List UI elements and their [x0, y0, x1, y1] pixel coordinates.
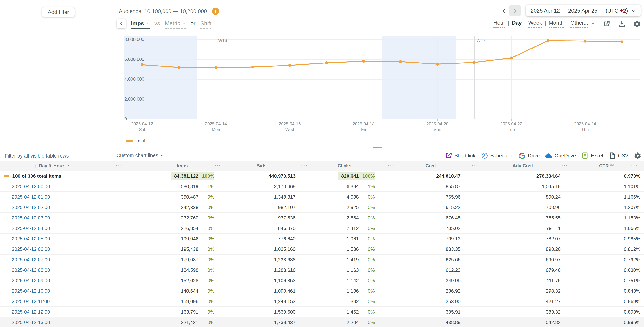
column-menu-icon[interactable]: ··· [472, 163, 478, 169]
table-row[interactable]: 2025-04-12 08:00184,5980%1,283,6161,1630… [0, 265, 644, 275]
granularity-separator: | [524, 20, 526, 26]
row-date-link[interactable]: 2025-04-12 03:00 [12, 215, 50, 221]
table-row[interactable]: 2025-04-12 03:00232,7600%937,8362,6840%6… [0, 213, 644, 223]
granularity-month[interactable]: Month [549, 20, 564, 28]
chart-settings-gear-icon[interactable] [633, 20, 641, 28]
row-bids-cell: 1,248,153 [228, 296, 314, 306]
row-imps-cell: 159,0960% [150, 296, 228, 306]
date-next-button[interactable] [509, 5, 521, 17]
metric-select-primary[interactable]: Imps [131, 20, 150, 29]
table-row[interactable]: 2025-04-12 04:00226,3540%846,8702,4120%7… [0, 223, 644, 234]
add-column-button[interactable]: + [132, 161, 150, 171]
row-date-link[interactable]: 2025-04-12 10:00 [12, 288, 50, 294]
data-point[interactable] [178, 66, 180, 69]
chart-legend[interactable]: total [126, 138, 145, 144]
data-point[interactable] [473, 61, 476, 64]
table-row[interactable]: 2025-04-12 00:00580,8191%2,170,6686,3941… [0, 181, 644, 192]
data-point[interactable] [214, 66, 218, 69]
filter-scope-link[interactable]: all visible [24, 153, 44, 160]
column-menu-icon[interactable]: ··· [214, 163, 221, 169]
add-filter-button[interactable]: Add filter [42, 8, 74, 17]
date-range-picker[interactable]: 2025 Apr 12 — 2025 Apr 25 (UTC +2) [526, 5, 641, 17]
table-row[interactable]: 2025-04-12 09:00152,0280%1,106,8531,1420… [0, 275, 644, 286]
export-excel[interactable]: Excel [581, 152, 603, 159]
row-date-link[interactable]: 2025-04-12 05:00 [12, 236, 50, 242]
table-row[interactable]: 2025-04-12 02:00242,3380%982,1072,9250%6… [0, 202, 644, 213]
table-row[interactable]: 2025-04-12 10:00140,6440%1,090,4611,1860… [0, 286, 644, 296]
row-date-link[interactable]: 2025-04-12 08:00 [12, 267, 50, 273]
data-point[interactable] [436, 63, 439, 66]
row-date-link[interactable]: 2025-04-12 07:00 [12, 257, 50, 263]
or-label: or [190, 20, 196, 28]
export-drive[interactable]: Drive [518, 152, 540, 159]
row-date-link[interactable]: 2025-04-12 13:00 [12, 319, 50, 325]
download-icon[interactable] [618, 20, 626, 28]
granularity-day[interactable]: Day [512, 20, 522, 27]
utc-offset-label: (UTC +2) [606, 8, 628, 14]
row-date-link[interactable]: 2025-04-12 09:00 [12, 278, 50, 283]
chart-resize-handle[interactable] [373, 146, 382, 149]
data-point[interactable] [288, 64, 291, 67]
data-point[interactable] [362, 60, 365, 63]
table-row[interactable]: 2025-04-12 12:00163,7910%1,539,6001,4620… [0, 307, 644, 317]
granularity-week[interactable]: Week [528, 20, 542, 28]
column-header-imps[interactable]: Imps··· [150, 161, 228, 171]
row-date-link[interactable]: 2025-04-12 04:00 [12, 225, 50, 231]
column-header-day-hour[interactable]: ↑Day & Hour··· [0, 161, 132, 171]
column-header-clicks[interactable]: Clicks··· [314, 161, 401, 171]
metric-select-compare[interactable]: Metric [165, 20, 186, 29]
data-point[interactable] [325, 61, 328, 64]
data-point[interactable] [620, 40, 624, 43]
column-header-cost[interactable]: Cost··· [401, 161, 485, 171]
data-point[interactable] [584, 40, 586, 43]
row-date-link[interactable]: 2025-04-12 12:00 [12, 309, 50, 315]
table-row[interactable]: 2025-04-12 05:00199,0460%776,6401,9610%7… [0, 234, 644, 244]
table-row[interactable]: 2025-04-12 01:00350,4870%1,348,3174,0880… [0, 192, 644, 202]
vs-label: vs [154, 20, 160, 28]
column-menu-icon[interactable]: ··· [388, 163, 394, 169]
data-point[interactable] [510, 57, 513, 60]
export-short-link[interactable]: Short link [445, 152, 476, 159]
row-bids-cell: 1,539,600 [228, 307, 314, 317]
granularity-other[interactable]: Other... [570, 20, 588, 28]
table-row[interactable]: 2025-04-12 11:00159,0960%1,248,1531,3820… [0, 296, 644, 307]
granularity-hour[interactable]: Hour [493, 20, 505, 28]
info-icon[interactable]: i [212, 8, 219, 15]
column-header-ctr[interactable]: CTRf(x)··· [574, 161, 644, 171]
export-label: OneDrive [554, 153, 576, 159]
row-date-link[interactable]: 2025-04-12 02:00 [12, 205, 50, 210]
data-point[interactable] [140, 63, 144, 66]
table-settings-gear-icon[interactable] [634, 152, 642, 159]
shift-select[interactable]: Shift [200, 20, 212, 29]
custom-chart-lines-dropdown[interactable]: Custom chart lines [116, 153, 164, 160]
row-date-link[interactable]: 2025-04-12 11:00 [12, 299, 50, 304]
export-onedrive[interactable]: OneDrive [545, 152, 576, 159]
column-header-bids[interactable]: Bids··· [228, 161, 314, 171]
open-in-new-icon[interactable] [602, 20, 610, 28]
column-menu-icon[interactable]: ··· [562, 163, 568, 169]
data-point[interactable] [547, 39, 550, 42]
granularity-separator: | [508, 20, 509, 26]
row-clicks-cell: 2,6840% [314, 213, 401, 223]
empty-cell [132, 181, 150, 191]
column-menu-icon[interactable]: ··· [301, 163, 308, 169]
table-row[interactable]: 2025-04-12 07:00179,0870%1,238,6881,4190… [0, 255, 644, 265]
row-date-link[interactable]: 2025-04-12 06:00 [12, 246, 50, 252]
row-bids-cell: 937,836 [228, 213, 314, 223]
row-date-cell: 2025-04-12 00:00 [0, 181, 132, 191]
export-scheduler[interactable]: Scheduler [481, 152, 513, 159]
date-prev-button[interactable] [499, 6, 509, 16]
collapse-chart-button[interactable] [117, 19, 126, 28]
row-date-link[interactable]: 2025-04-12 00:00 [12, 184, 50, 189]
table-row[interactable]: 2025-04-12 13:00221,4210%1,738,4372,2040… [0, 317, 644, 327]
column-header-adv_cost[interactable]: Adv Cost··· [485, 161, 574, 171]
row-date-link[interactable]: 2025-04-12 01:00 [12, 194, 50, 200]
table-row[interactable]: 2025-04-12 06:00195,4380%1,025,1601,5860… [0, 244, 644, 255]
column-menu-icon[interactable]: ··· [116, 163, 122, 169]
data-point[interactable] [399, 60, 402, 63]
total-bids-cell: 440,973,513 [228, 171, 314, 181]
data-point[interactable] [251, 66, 254, 69]
row-adv_cost-cell: 411.75 [485, 275, 574, 285]
column-menu-icon[interactable]: ··· [631, 163, 638, 169]
export-csv[interactable]: CSV [608, 152, 628, 159]
